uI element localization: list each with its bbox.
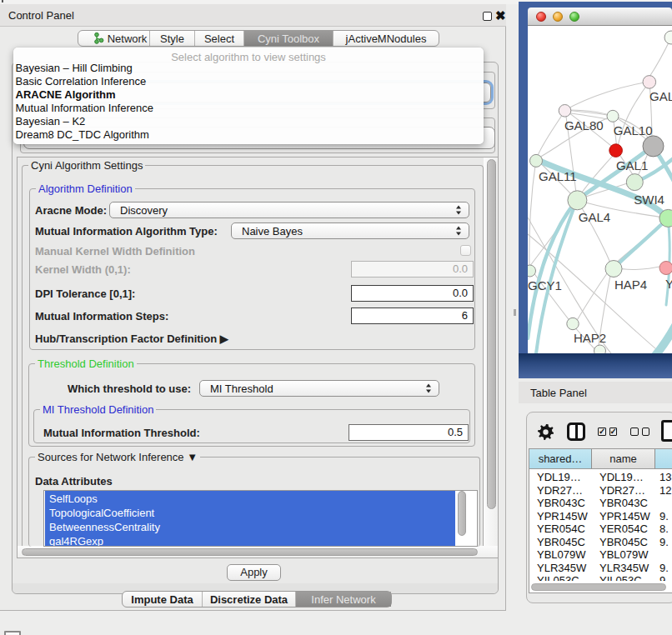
svg-text:GAL11: GAL11	[539, 169, 577, 183]
svg-text:GCY1: GCY1	[528, 278, 562, 292]
svg-text:Y: Y	[665, 277, 672, 291]
svg-text:GAL4: GAL4	[579, 210, 610, 224]
svg-text:HAP4: HAP4	[614, 278, 647, 292]
svg-text:SWI4: SWI4	[634, 192, 664, 207]
svg-text:GAL80: GAL80	[564, 118, 604, 132]
svg-text:HAP2: HAP2	[574, 331, 606, 345]
svg-text:GAL1: GAL1	[616, 158, 648, 172]
svg-text:GAL10: GAL10	[614, 123, 653, 138]
svg-text:GAL2: GAL2	[649, 89, 672, 103]
